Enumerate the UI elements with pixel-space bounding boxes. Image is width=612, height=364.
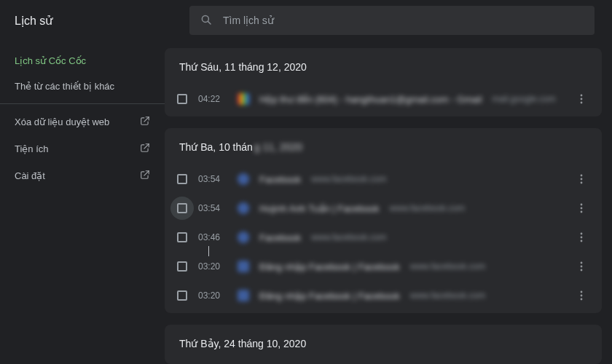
svg-point-19	[581, 298, 583, 301]
row-checkbox[interactable]	[170, 87, 194, 111]
search-box[interactable]	[189, 6, 595, 35]
favicon	[238, 232, 249, 243]
history-date-group: Thứ Bảy, 24 tháng 10, 2020	[165, 325, 602, 364]
history-row-entry[interactable]: Facebookwww.facebook.com	[238, 232, 573, 243]
row-more-menu[interactable]	[573, 287, 590, 304]
history-row[interactable]: 04:22Hộp thư đến (604) - hangthuan1@gmai…	[165, 84, 602, 114]
history-row-url: mail.google.com	[492, 94, 555, 104]
row-more-menu[interactable]	[573, 199, 590, 217]
row-checkbox[interactable]	[170, 197, 194, 220]
history-row[interactable]: 03:20Đăng nhập Facebook | Facebookwww.fa…	[165, 252, 602, 281]
history-row-url: www.facebook.com	[311, 232, 386, 242]
svg-point-4	[581, 102, 583, 104]
svg-point-6	[581, 178, 583, 181]
svg-point-15	[581, 266, 583, 268]
sidebar-item-history-local[interactable]: Lịch sử Cốc Cốc	[0, 48, 165, 74]
history-row-entry[interactable]: Đăng nhập Facebook | Facebookwww.faceboo…	[238, 261, 573, 272]
svg-point-12	[581, 237, 583, 239]
row-more-menu[interactable]	[573, 229, 590, 246]
history-row-time: 03:20	[198, 261, 238, 272]
history-row-title: Đăng nhập Facebook | Facebook	[259, 290, 400, 301]
svg-point-2	[581, 95, 583, 97]
row-checkbox[interactable]	[170, 255, 194, 278]
history-row[interactable]: 03:46Facebookwww.facebook.com	[165, 223, 602, 252]
history-row-url: www.facebook.com	[390, 203, 465, 213]
sidebar-link-settings[interactable]: Cài đặt	[0, 162, 165, 189]
sidebar-item-label: Thẻ từ các thiết bị khác	[15, 81, 114, 92]
history-row-url: www.facebook.com	[410, 290, 485, 301]
history-row-time: 03:20	[198, 290, 238, 301]
search-input[interactable]	[223, 15, 584, 26]
favicon	[238, 261, 249, 272]
sidebar-item-label: Tiện ích	[15, 143, 49, 154]
sidebar-link-extensions[interactable]: Tiện ích	[0, 135, 165, 162]
favicon	[238, 93, 249, 105]
history-row-time: 03:54	[198, 203, 238, 213]
history-row-time: 03:46	[198, 232, 238, 242]
history-row-entry[interactable]: Đăng nhập Facebook | Facebookwww.faceboo…	[238, 290, 573, 301]
favicon	[238, 202, 249, 214]
svg-point-8	[581, 204, 583, 206]
history-date-header: Thứ Bảy, 24 tháng 10, 2020	[165, 325, 602, 361]
history-row-entry[interactable]: Hộp thư đến (604) - hangthuan1@gmail.com…	[238, 93, 573, 105]
history-date-header: Thứ Sáu, 11 tháng 12, 2020	[165, 48, 602, 84]
history-row-url: www.facebook.com	[410, 261, 485, 272]
sidebar-item-label: Lịch sử Cốc Cốc	[15, 55, 86, 66]
svg-point-9	[581, 207, 583, 210]
external-link-icon	[140, 116, 150, 128]
history-row-title: Facebook	[259, 174, 301, 185]
history-row[interactable]: 03:54Huỳnh Anh Tuấn | Facebookwww.facebo…	[165, 194, 602, 223]
history-row-title: Facebook	[259, 232, 301, 243]
topbar: Lịch sử	[0, 0, 612, 41]
sidebar-item-label: Cài đặt	[15, 170, 45, 181]
history-row-title: Đăng nhập Facebook | Facebook	[259, 261, 400, 272]
search-icon	[200, 13, 223, 28]
row-checkbox[interactable]	[170, 226, 194, 249]
sidebar-link-clear-data[interactable]: Xóa dữ liệu duyệt web	[0, 108, 165, 135]
history-row-url: www.facebook.com	[311, 174, 386, 184]
row-checkbox[interactable]	[170, 284, 194, 307]
svg-point-11	[581, 233, 583, 235]
history-date-group: Thứ Ba, 10 tháng 11, 202003:54Facebookww…	[165, 128, 602, 313]
sidebar-divider	[0, 103, 165, 104]
row-more-menu[interactable]	[573, 258, 590, 275]
history-row[interactable]: 03:54Facebookwww.facebook.com	[165, 165, 602, 194]
history-row-entry[interactable]: Huỳnh Anh Tuấn | Facebookwww.facebook.co…	[238, 202, 573, 214]
history-row-title: Hộp thư đến (604) - hangthuan1@gmail.com…	[259, 94, 482, 105]
svg-point-7	[581, 182, 583, 184]
sidebar-item-history-other-devices[interactable]: Thẻ từ các thiết bị khác	[0, 74, 165, 99]
favicon	[238, 173, 249, 185]
svg-point-10	[581, 211, 583, 213]
svg-point-5	[581, 175, 583, 177]
row-more-menu[interactable]	[573, 170, 590, 188]
svg-point-16	[581, 269, 583, 272]
main-content: Thứ Sáu, 11 tháng 12, 202004:22Hộp thư đ…	[165, 41, 612, 364]
external-link-icon	[140, 170, 150, 182]
sidebar-item-label: Xóa dữ liệu duyệt web	[15, 116, 109, 127]
history-row-title: Huỳnh Anh Tuấn | Facebook	[259, 203, 380, 214]
page-title: Lịch sử	[15, 14, 189, 28]
external-link-icon	[140, 143, 150, 155]
favicon	[238, 290, 249, 301]
sidebar: Lịch sử Cốc Cốc Thẻ từ các thiết bị khác…	[0, 41, 165, 364]
row-more-menu[interactable]	[573, 90, 590, 108]
history-row[interactable]: 03:20Đăng nhập Facebook | Facebookwww.fa…	[165, 281, 602, 310]
svg-point-14	[581, 262, 583, 264]
history-row-time: 03:54	[198, 174, 238, 184]
svg-point-3	[581, 98, 583, 100]
svg-point-17	[581, 291, 583, 293]
row-checkbox[interactable]	[170, 167, 194, 191]
svg-line-1	[208, 21, 211, 24]
history-row-time: 04:22	[198, 94, 238, 104]
history-row-entry[interactable]: Facebookwww.facebook.com	[238, 173, 573, 185]
svg-point-18	[581, 295, 583, 297]
svg-point-13	[581, 240, 583, 242]
history-date-group: Thứ Sáu, 11 tháng 12, 202004:22Hộp thư đ…	[165, 48, 602, 116]
history-date-header: Thứ Ba, 10 tháng 11, 2020	[165, 128, 602, 165]
